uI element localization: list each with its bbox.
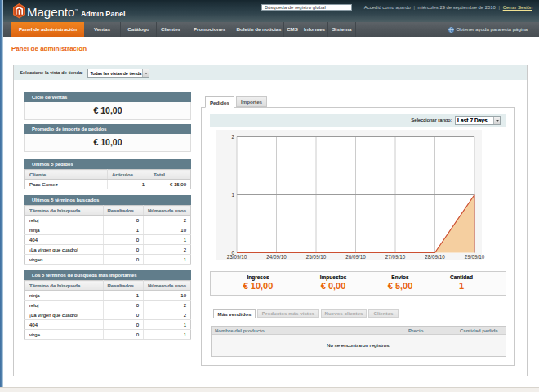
svg-text:28/09/10: 28/09/10 [425,254,445,260]
svg-text:29/09/10: 29/09/10 [465,254,485,260]
svg-text:23/09/10: 23/09/10 [227,254,247,260]
svg-text:1: 1 [231,192,234,198]
svg-text:24/09/10: 24/09/10 [266,254,287,260]
svg-text:27/09/10: 27/09/10 [385,254,406,260]
svg-text:2: 2 [231,134,234,140]
svg-text:26/09/10: 26/09/10 [345,254,366,260]
svg-text:25/09/10: 25/09/10 [306,254,327,260]
